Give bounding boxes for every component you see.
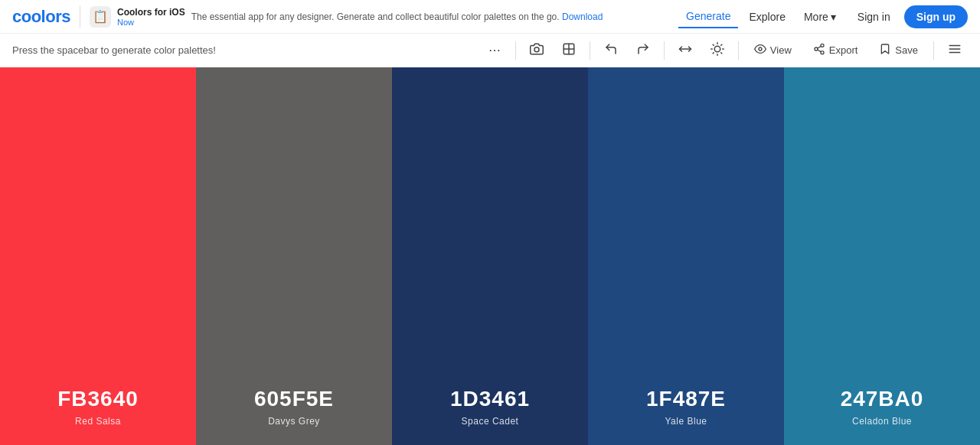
color-swatch-3[interactable]: 1F487EYale Blue xyxy=(588,67,784,445)
compare-icon xyxy=(678,42,692,59)
menu-button[interactable] xyxy=(942,38,968,64)
toolbar-divider-3 xyxy=(664,41,665,60)
svg-line-19 xyxy=(818,46,822,48)
promo-title: Coolors for iOS xyxy=(117,7,185,18)
color-name: Yale Blue xyxy=(665,416,707,427)
app-promo: 📋 Coolors for iOS Now The essential app … xyxy=(80,6,669,28)
toolbar-divider-1 xyxy=(515,41,516,60)
color-palette: FB3640Red Salsa605F5EDavys Grey1D3461Spa… xyxy=(0,67,980,445)
color-name: Space Cadet xyxy=(462,416,519,427)
sun-icon xyxy=(710,42,724,59)
save-button[interactable]: Save xyxy=(871,38,926,62)
signin-button[interactable]: Sign in xyxy=(847,6,901,28)
hamburger-icon xyxy=(948,42,962,59)
color-hex: 1D3461 xyxy=(450,387,530,411)
nav-generate[interactable]: Generate xyxy=(678,5,738,28)
svg-point-14 xyxy=(759,47,762,51)
camera-icon xyxy=(530,42,544,59)
layout-icon xyxy=(562,42,576,59)
color-name: Red Salsa xyxy=(75,416,121,427)
logo-text: coolors xyxy=(12,7,70,27)
view-button[interactable]: View xyxy=(746,38,799,62)
color-hex: FB3640 xyxy=(57,387,139,411)
svg-line-8 xyxy=(713,44,714,45)
eye-icon xyxy=(754,43,766,57)
nav-links: Generate Explore More ▾ Sign in Sign up xyxy=(678,5,968,28)
share-icon xyxy=(813,43,825,57)
export-button[interactable]: Export xyxy=(805,38,866,62)
promo-subtitle: Now xyxy=(117,18,185,27)
app-icon: 📋 xyxy=(90,6,111,28)
chevron-down-icon: ▾ xyxy=(831,11,836,23)
svg-line-13 xyxy=(721,44,722,45)
toolbar-divider-4 xyxy=(738,41,739,60)
promo-description: The essential app for any designer. Gene… xyxy=(191,11,603,22)
logo[interactable]: coolors xyxy=(12,7,70,27)
camera-button[interactable] xyxy=(524,38,550,64)
redo-icon xyxy=(636,42,650,59)
toolbar-divider-5 xyxy=(933,41,934,60)
svg-point-5 xyxy=(714,46,720,52)
color-swatch-2[interactable]: 1D3461Space Cadet xyxy=(392,67,588,445)
color-hex: 247BA0 xyxy=(841,387,924,411)
promo-info: Coolors for iOS Now xyxy=(117,7,185,27)
adjust-button[interactable] xyxy=(704,38,730,64)
color-name: Davys Grey xyxy=(268,416,320,427)
color-hex: 1F487E xyxy=(646,387,726,411)
toolbar-hint: Press the spacebar to generate color pal… xyxy=(12,44,475,56)
color-swatch-0[interactable]: FB3640Red Salsa xyxy=(0,67,196,445)
redo-button[interactable] xyxy=(630,38,656,64)
svg-line-18 xyxy=(818,50,822,52)
color-swatch-1[interactable]: 605F5EDavys Grey xyxy=(196,67,392,445)
toolbar: Press the spacebar to generate color pal… xyxy=(0,34,980,67)
svg-line-12 xyxy=(713,52,714,53)
color-name: Celadon Blue xyxy=(852,416,912,427)
svg-line-9 xyxy=(721,52,722,53)
toolbar-divider-2 xyxy=(590,41,590,60)
more-options-button[interactable]: ⋯ xyxy=(482,38,508,64)
layout-button[interactable] xyxy=(556,38,582,64)
download-link[interactable]: Download xyxy=(562,11,603,22)
color-hex: 605F5E xyxy=(254,387,334,411)
undo-button[interactable] xyxy=(598,38,624,64)
svg-point-0 xyxy=(534,47,539,51)
color-swatch-4[interactable]: 247BA0Celadon Blue xyxy=(784,67,980,445)
bookmark-icon xyxy=(879,43,891,57)
nav-explore[interactable]: Explore xyxy=(741,6,792,28)
navbar: coolors 📋 Coolors for iOS Now The essent… xyxy=(0,0,980,34)
signup-button[interactable]: Sign up xyxy=(904,5,968,28)
undo-icon xyxy=(604,42,618,59)
nav-more[interactable]: More ▾ xyxy=(796,6,844,28)
compare-button[interactable] xyxy=(672,38,698,64)
